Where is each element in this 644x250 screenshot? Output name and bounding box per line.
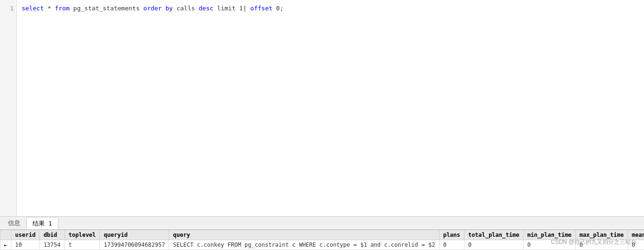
sql-content[interactable]: select * from pg_stat_statements order b…: [17, 0, 644, 216]
col-plans: plans: [439, 230, 464, 240]
kw-offset: offset: [250, 5, 272, 12]
watermark-text: CSDN @自己的九又四分之三站台: [551, 239, 636, 245]
cell-total-plan-time: 0: [464, 240, 523, 250]
cell-query: SELECT c.conkey FROM pg_constraint c WHE…: [169, 240, 439, 250]
cell-dbid: 13754: [40, 240, 65, 250]
row-arrow: ►: [0, 240, 11, 250]
col-arrow: [0, 230, 11, 240]
watermark: CSDN @自己的九又四分之三站台: [551, 238, 636, 246]
col-userid: userid: [11, 230, 40, 240]
col-toplevel: toplevel: [65, 230, 100, 240]
kw-desc: desc: [199, 5, 213, 12]
kw-by: by: [165, 5, 173, 12]
kw-order: order: [143, 5, 162, 12]
kw-select: select: [22, 5, 44, 12]
results-area[interactable]: userid dbid toplevel queryid query plans…: [0, 230, 644, 250]
col-total-plan-time: total_plan_time: [464, 230, 523, 240]
sql-limit: limit 1|: [213, 5, 250, 12]
col-queryid: queryid: [100, 230, 169, 240]
sql-calls: calls: [173, 5, 199, 12]
table-row: ► 10 13754 t 173994706094682957 SELECT c…: [0, 240, 644, 250]
line-number-1: 1: [3, 4, 14, 13]
cell-userid: 10: [11, 240, 40, 250]
cell-toplevel: t: [65, 240, 100, 250]
tab-info-label: 信息: [8, 219, 20, 227]
sql-zero: 0;: [272, 5, 283, 12]
col-dbid: dbid: [40, 230, 65, 240]
cell-queryid: 173994706094682957: [100, 240, 169, 250]
sql-editor[interactable]: 1 select * from pg_stat_statements order…: [0, 0, 644, 217]
sql-table: pg_stat_statements: [70, 5, 144, 12]
line-numbers: 1: [0, 0, 17, 216]
tabs-bar: 信息 结果 1: [0, 217, 644, 230]
results-table: userid dbid toplevel queryid query plans…: [0, 230, 644, 250]
table-header-row: userid dbid toplevel queryid query plans…: [0, 230, 644, 240]
tab-info[interactable]: 信息: [2, 217, 26, 229]
kw-from: from: [55, 5, 69, 12]
sql-star: *: [44, 5, 55, 12]
col-query: query: [169, 230, 439, 240]
cell-plans: 0: [439, 240, 464, 250]
tab-result1-label: 结果 1: [33, 219, 52, 228]
tab-result1[interactable]: 结果 1: [26, 217, 58, 229]
